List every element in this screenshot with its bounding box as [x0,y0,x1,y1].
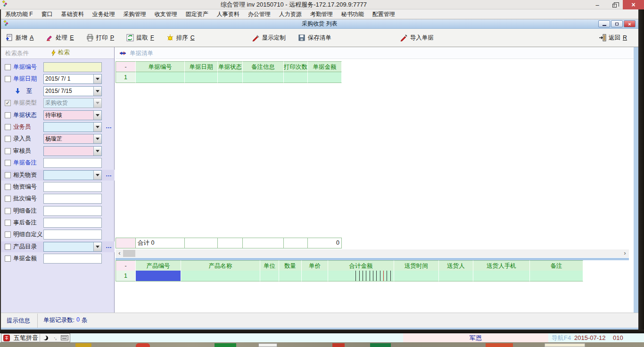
dropdown-arrow-icon[interactable] [93,134,101,143]
related-material-select[interactable] [43,170,102,180]
ime-fullhalf-icon[interactable] [42,334,50,341]
column-header[interactable]: 送货人 [439,260,473,271]
after-remark-input[interactable] [43,218,102,228]
extract-button[interactable]: 提取F [126,34,154,42]
menu-item-hr[interactable]: 人力资源 [275,9,306,19]
auditor-checkbox[interactable] [5,148,11,154]
column-header[interactable]: 单价 [302,260,328,271]
close-button[interactable]: × [623,0,644,9]
search-button[interactable]: 检索 [51,49,70,57]
scrollbar-thumb[interactable] [123,250,135,257]
total-amount-cell[interactable] [328,271,394,281]
scroll-right-icon[interactable]: › [621,249,629,257]
unit-cell[interactable] [260,271,279,281]
dropdown-arrow-icon[interactable] [93,111,101,120]
menu-item-window[interactable]: 窗口 [37,9,57,19]
column-header[interactable]: 送货时间 [394,260,439,271]
menu-item-fixed-assets[interactable]: 固定资产 [182,9,213,19]
column-header[interactable]: 打印次数 [284,61,308,72]
deliverer-cell[interactable] [439,271,473,281]
column-header[interactable]: 产品名称 [181,260,260,271]
remark-cell[interactable] [243,72,284,83]
child-restore-button[interactable] [611,20,623,27]
menu-item-personnel[interactable]: 人事资料 [213,9,244,19]
column-header[interactable]: - [116,61,136,72]
column-header[interactable]: 单位 [260,260,279,271]
dropdown-arrow-icon[interactable] [93,147,101,156]
save-list-button[interactable]: 保存清单 [298,34,331,42]
sort-button[interactable]: 排序C [166,34,195,42]
print-count-cell[interactable] [284,72,308,83]
menu-item-office[interactable]: 办公管理 [244,9,275,19]
ime-toolbar[interactable]: 五笔拼音 ·, [1,333,70,342]
display-custom-button[interactable]: 显示定制 [252,34,286,42]
material-number-input[interactable] [43,182,102,192]
menu-item-config[interactable]: 配置管理 [368,9,399,19]
remark-cell[interactable] [530,271,583,281]
column-header[interactable]: 备注 [530,260,583,271]
doc-status-select[interactable]: 待审核 [43,110,102,120]
product-number-cell-selected[interactable] [136,271,181,281]
detail-custom-checkbox[interactable] [5,231,11,238]
unit-price-cell[interactable] [302,271,328,281]
product-name-cell[interactable] [181,271,260,281]
nav-shortcut-label[interactable]: 导航F4 [552,333,571,342]
product-catalog-more-button[interactable]: … [106,242,112,249]
column-header[interactable]: 送货人手机 [473,260,530,271]
doc-date-to-select[interactable]: 2015/ 7/15 [43,86,102,96]
doc-date-from-select[interactable]: 2015/ 7/ 1 [43,74,102,84]
ime-punctuation-icon[interactable]: ·, [51,334,59,341]
material-number-checkbox[interactable] [5,184,11,190]
dropdown-arrow-icon[interactable] [93,74,101,83]
column-header[interactable]: 备注信息 [243,61,284,72]
import-button[interactable]: 导入单据 [400,34,434,42]
column-header[interactable]: 单据状态 [218,61,243,72]
dropdown-arrow-icon[interactable] [93,123,101,132]
menu-item-business[interactable]: 业务处理 [88,9,119,19]
process-button[interactable]: 处理E [46,34,74,42]
menu-item-income-expense[interactable]: 收支管理 [150,9,182,19]
entry-clerk-checkbox[interactable] [5,136,11,142]
doc-amount-checkbox[interactable] [5,256,11,262]
dropdown-arrow-icon[interactable] [93,171,101,180]
after-remark-checkbox[interactable] [5,220,11,226]
child-close-button[interactable]: × [624,20,636,27]
entry-clerk-select[interactable]: 杨璇芷 [43,134,102,144]
horizontal-scrollbar[interactable]: ‹ › [116,249,629,257]
doc-date-checkbox[interactable] [5,76,11,82]
doc-amount-input[interactable] [43,254,102,264]
detail-custom-input[interactable] [43,230,102,240]
delivery-time-cell[interactable] [394,271,439,281]
doc-remark-checkbox[interactable] [5,160,11,166]
quantity-cell[interactable] [279,271,302,281]
row-number-cell[interactable]: 1 [116,72,136,83]
doc-remark-input[interactable] [43,158,102,168]
detail-remark-checkbox[interactable] [5,208,11,214]
column-header[interactable]: 单据日期 [185,61,218,72]
doc-number-input[interactable] [43,62,102,72]
column-header[interactable]: 数量 [279,260,302,271]
new-button[interactable]: 新增A [6,34,33,42]
minimize-button[interactable]: – [589,0,606,9]
batch-number-checkbox[interactable] [5,196,11,202]
print-button[interactable]: 打印P [86,34,114,42]
back-button[interactable]: 返回R [599,34,627,42]
scroll-left-icon[interactable]: ‹ [116,249,124,257]
doc-amount-cell[interactable] [308,72,342,83]
salesperson-select[interactable] [43,122,102,132]
column-header[interactable]: 合计金额 [328,260,394,271]
dropdown-arrow-icon[interactable] [93,242,101,251]
menu-item-basic-data[interactable]: 基础资料 [57,9,88,19]
deliverer-phone-cell[interactable] [473,271,530,281]
detail-remark-input[interactable] [43,206,102,216]
batch-number-input[interactable] [43,194,102,204]
salesperson-checkbox[interactable] [5,124,11,130]
menu-item-system[interactable]: 系统功能 F [1,9,37,19]
product-catalog-checkbox[interactable] [5,244,11,250]
ime-seal-icon[interactable] [3,334,10,341]
column-header[interactable]: 单据金额 [308,61,342,72]
menu-item-purchase[interactable]: 采购管理 [119,9,150,19]
doc-status-cell[interactable] [218,72,243,83]
related-material-more-button[interactable]: … [106,171,112,178]
restore-button[interactable] [606,0,623,9]
